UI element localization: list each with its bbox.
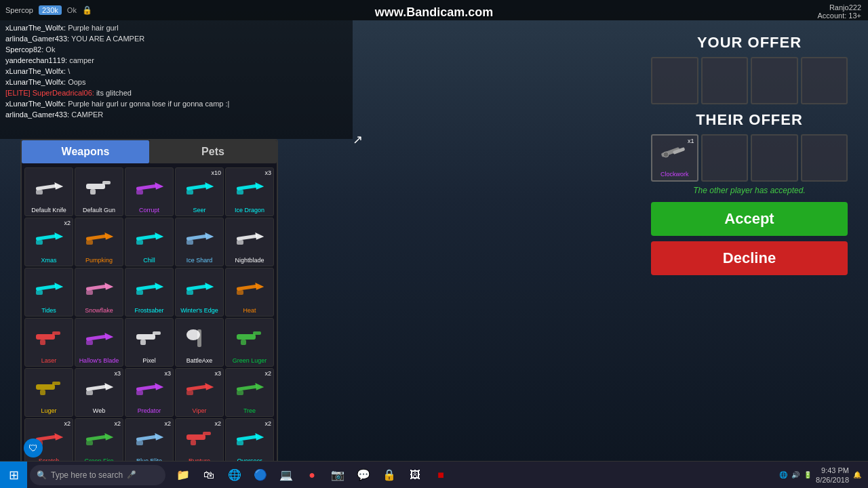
- taskbar-skype[interactable]: 💬: [351, 463, 376, 487]
- chat-line: arlinda_Gamer433: CAMPER: [5, 110, 347, 119]
- weapon-name: Xmas: [41, 257, 56, 264]
- your-offer-slot-3[interactable]: [751, 57, 798, 104]
- weapon-item[interactable]: x2 Green Fire: [75, 418, 123, 466]
- their-offer-slot-1[interactable]: x1 Clockwork: [651, 134, 698, 182]
- weapon-item[interactable]: Chill: [125, 218, 174, 266]
- taskbar-security[interactable]: 🔒: [377, 463, 401, 487]
- chat-line: xLunarThe_Wolfx: Purple hair gurl: [5, 23, 347, 33]
- weapon-svg: [35, 379, 63, 398]
- svg-rect-67: [136, 390, 143, 395]
- tab-pets[interactable]: Pets: [149, 140, 277, 163]
- weapon-svg: [235, 429, 264, 448]
- weapon-item[interactable]: Ice Shard: [175, 218, 224, 266]
- weapon-item[interactable]: Corrupt: [125, 167, 174, 216]
- weapon-name: BattleAxe: [186, 357, 213, 365]
- weapon-item[interactable]: Hallow's Blade: [75, 318, 123, 367]
- weapon-item[interactable]: x2 Overseer: [225, 418, 274, 466]
- weapon-item[interactable]: Tides: [24, 268, 73, 317]
- weapon-svg: [85, 228, 113, 247]
- weapon-item[interactable]: Default Knife: [24, 167, 73, 216]
- weapon-icon-11: [77, 270, 121, 306]
- svg-rect-64: [86, 390, 93, 395]
- weapon-name: Chill: [143, 257, 155, 264]
- decline-button[interactable]: Decline: [651, 241, 848, 275]
- svg-rect-33: [86, 285, 106, 291]
- their-offer-slot-4[interactable]: [801, 134, 848, 182]
- svg-rect-24: [186, 235, 207, 241]
- weapon-item[interactable]: x3 Ice Dragon: [225, 167, 274, 216]
- svg-rect-52: [153, 331, 161, 335]
- svg-rect-60: [52, 382, 60, 385]
- taskbar-explorer[interactable]: 📁: [171, 463, 195, 487]
- taskbar-store[interactable]: 🛍: [197, 463, 221, 487]
- your-offer-title: YOUR OFFER: [651, 34, 848, 52]
- weapon-icon-12: [127, 270, 172, 306]
- start-button[interactable]: ⊞: [0, 462, 27, 489]
- weapon-item[interactable]: x3 Predator: [125, 368, 174, 417]
- mic-icon: 🎤: [127, 470, 136, 479]
- weapon-svg: [186, 328, 212, 348]
- accept-button[interactable]: Accept: [651, 202, 848, 236]
- svg-rect-48: [86, 335, 106, 341]
- weapon-item[interactable]: Pumpking: [75, 218, 123, 266]
- svg-rect-30: [36, 285, 56, 291]
- taskbar-app2[interactable]: ●: [300, 463, 324, 487]
- weapon-item[interactable]: x3 Viper: [175, 368, 224, 417]
- svg-marker-63: [104, 382, 113, 390]
- weapon-item[interactable]: BattleAxe: [175, 318, 224, 367]
- weapon-badge: x2: [214, 420, 221, 427]
- weapon-item[interactable]: Pixel: [125, 318, 174, 367]
- weapon-icon-8: [177, 220, 222, 256]
- taskbar-roblox[interactable]: ■: [429, 463, 453, 487]
- weapon-item[interactable]: x2 Rupture: [175, 418, 224, 466]
- your-offer-slot-2[interactable]: [701, 57, 749, 104]
- svg-rect-68: [186, 385, 207, 391]
- weapon-item[interactable]: Nightblade: [225, 218, 274, 266]
- weapon-item[interactable]: x2 Tree: [225, 368, 274, 417]
- weapon-item[interactable]: Heat: [225, 268, 274, 317]
- weapon-svg: [135, 429, 163, 448]
- their-offer-slot-3[interactable]: [751, 134, 798, 182]
- their-offer-slot-2[interactable]: [701, 134, 749, 182]
- weapon-item[interactable]: x2 Blue Elite: [125, 418, 174, 466]
- svg-rect-47: [40, 340, 45, 345]
- tray-notification[interactable]: 🔔: [853, 471, 861, 479]
- clockwork-icon: [660, 144, 689, 165]
- weapon-item[interactable]: Winter's Edge: [175, 268, 224, 317]
- weapon-item[interactable]: x3 Web: [75, 368, 123, 417]
- svg-marker-43: [255, 281, 264, 290]
- taskbar-edge[interactable]: 🔵: [248, 463, 273, 487]
- your-offer-slot-4[interactable]: [801, 57, 848, 104]
- svg-point-91: [663, 152, 669, 157]
- taskbar-app3[interactable]: 📷: [326, 463, 350, 487]
- chat-line: Spercop82: Ok: [5, 45, 347, 54]
- weapon-item[interactable]: Laser: [24, 318, 73, 367]
- weapon-svg: [85, 279, 113, 298]
- their-offer-section: THEIR OFFER x1 Clockwork The other playe…: [651, 111, 848, 195]
- svg-rect-80: [136, 435, 157, 441]
- taskbar-photos[interactable]: 🖼: [403, 463, 427, 487]
- weapon-item[interactable]: x10 Seer: [175, 167, 224, 216]
- weapon-item[interactable]: x2 Xmas: [24, 218, 73, 266]
- weapon-item[interactable]: Luger: [24, 368, 73, 417]
- weapon-svg: [235, 178, 264, 197]
- weapon-svg: [35, 178, 63, 197]
- your-offer-slot-1[interactable]: [651, 57, 698, 104]
- weapon-item[interactable]: Snowflake: [75, 268, 123, 317]
- chat-line: xLunarThe_Wolfx: Purple hair gurl ur gon…: [5, 99, 347, 108]
- weapon-svg: [85, 429, 113, 448]
- tab-weapons[interactable]: Weapons: [22, 140, 149, 163]
- svg-marker-69: [205, 382, 214, 390]
- shield-icon[interactable]: 🛡: [24, 439, 43, 458]
- weapon-item[interactable]: Frostsaber: [125, 268, 174, 317]
- taskbar-chrome[interactable]: 🌐: [222, 463, 247, 487]
- svg-marker-78: [104, 432, 113, 441]
- svg-marker-40: [205, 281, 214, 290]
- weapon-icon-18: [177, 320, 222, 357]
- weapon-item[interactable]: Green Luger: [225, 318, 274, 367]
- taskbar-app1[interactable]: 💻: [274, 463, 298, 487]
- weapon-svg: [185, 379, 214, 398]
- search-bar[interactable]: 🔍 Type here to search 🎤: [30, 465, 165, 485]
- svg-rect-21: [136, 235, 157, 241]
- weapon-item[interactable]: Default Gun: [75, 167, 123, 216]
